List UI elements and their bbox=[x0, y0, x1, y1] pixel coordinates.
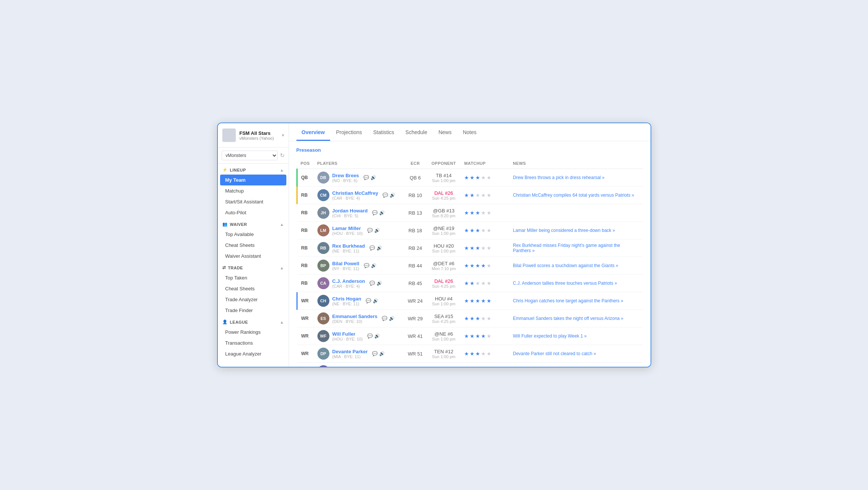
tab-overview[interactable]: Overview bbox=[296, 123, 330, 141]
news-cell[interactable]: Drew Brees throws a pick in dress rehear… bbox=[509, 169, 643, 187]
audio-icon[interactable]: 🔊 bbox=[371, 263, 377, 268]
sidebar-item-top-taken[interactable]: Top Taken bbox=[218, 272, 289, 283]
player-name[interactable]: Devante Parker bbox=[332, 349, 368, 354]
game-time: Sun 1:00 pm bbox=[431, 231, 457, 236]
chat-icon[interactable]: 💬 bbox=[372, 351, 378, 356]
player-name[interactable]: Christian McCaffrey bbox=[332, 190, 378, 196]
news-cell[interactable]: Chris Hogan catches lone target against … bbox=[509, 292, 643, 310]
table-row: QB DB Drew Brees (NO · BYE: 6) 💬 🔊 QB 6 … bbox=[297, 169, 643, 187]
sidebar-item-trade-finder[interactable]: Trade Finder bbox=[218, 305, 289, 316]
news-cell[interactable]: Lamar Miller being considered a three-do… bbox=[509, 222, 643, 239]
news-cell[interactable]: Christian McCaffrey compiles 64 total ya… bbox=[509, 187, 643, 204]
audio-icon[interactable]: 🔊 bbox=[379, 210, 385, 215]
player-name[interactable]: Jordan Howard bbox=[332, 208, 368, 214]
opponent-team: SEA #15 bbox=[431, 314, 457, 319]
player-icons: 💬 🔊 bbox=[367, 333, 380, 339]
news-cell[interactable]: Rex Burkhead misses Friday night's game … bbox=[509, 239, 643, 257]
audio-icon[interactable]: 🔊 bbox=[373, 298, 378, 303]
news-cell[interactable]: Mike Williams inactive versus San Franci… bbox=[509, 363, 643, 367]
opponent-cell: @GB #13 Sun 8:20 pm bbox=[427, 204, 461, 222]
audio-icon[interactable]: 🔊 bbox=[377, 281, 382, 286]
ecr-cell: WR 52 bbox=[403, 363, 427, 367]
player-name[interactable]: Drew Brees bbox=[332, 173, 359, 178]
star: ★ bbox=[487, 315, 491, 321]
tab-notes[interactable]: Notes bbox=[457, 123, 482, 141]
player-name[interactable]: Bilal Powell bbox=[332, 261, 359, 266]
player-name[interactable]: Chris Hogan bbox=[332, 296, 361, 302]
star: ★ bbox=[475, 192, 480, 198]
player-name[interactable]: Emmanuel Sanders bbox=[332, 314, 378, 319]
sidebar-item-trade-cheat-sheets[interactable]: Cheat Sheets bbox=[218, 283, 289, 294]
league-select[interactable]: vMonsters bbox=[222, 151, 278, 160]
tab-statistics[interactable]: Statistics bbox=[368, 123, 399, 141]
audio-icon[interactable]: 🔊 bbox=[379, 351, 385, 356]
player-name[interactable]: Rex Burkhead bbox=[332, 243, 365, 249]
player-name[interactable]: Lamar Miller bbox=[332, 226, 363, 231]
player-name[interactable]: C.J. Anderson bbox=[332, 278, 365, 284]
audio-icon[interactable]: 🔊 bbox=[374, 333, 380, 339]
news-cell[interactable]: Will Fuller expected to play Week 1 » bbox=[509, 327, 643, 345]
audio-icon[interactable]: 🔊 bbox=[377, 245, 382, 251]
chat-icon[interactable]: 💬 bbox=[367, 228, 373, 233]
game-time: Mon 7:10 pm bbox=[431, 266, 457, 271]
chat-icon[interactable]: 💬 bbox=[372, 210, 378, 215]
audio-icon[interactable]: 🔊 bbox=[371, 175, 376, 180]
player-avatar: DB bbox=[317, 172, 329, 184]
chat-icon[interactable]: 💬 bbox=[366, 298, 371, 303]
chat-icon[interactable]: 💬 bbox=[369, 281, 375, 286]
chat-icon[interactable]: 💬 bbox=[363, 175, 369, 180]
star: ★ bbox=[475, 280, 480, 286]
player-pos: RB bbox=[297, 222, 314, 239]
ecr-cell: RB 44 bbox=[403, 257, 427, 275]
matchup-stars: ★★★★★ bbox=[464, 298, 505, 304]
matchup-cell: ★★★★★ bbox=[460, 257, 509, 275]
sidebar-item-auto-pilot[interactable]: Auto-Pilot bbox=[218, 207, 289, 218]
player-pos: WR bbox=[297, 310, 314, 327]
player-name[interactable]: Mike Williams bbox=[332, 366, 364, 367]
sidebar-item-waiver-assistant[interactable]: Waiver Assistant bbox=[218, 251, 289, 261]
audio-icon[interactable]: 🔊 bbox=[374, 228, 380, 233]
news-cell[interactable]: Devante Parker still not cleared to catc… bbox=[509, 345, 643, 363]
chat-icon[interactable]: 💬 bbox=[367, 333, 373, 339]
sidebar-item-trade-analyzer[interactable]: Trade Analyzer bbox=[218, 294, 289, 305]
sidebar-item-waiver-cheat-sheets[interactable]: Cheat Sheets bbox=[218, 240, 289, 251]
game-time: Sun 1:00 pm bbox=[431, 178, 457, 183]
league-toggle[interactable]: ▲ bbox=[280, 320, 284, 324]
matchup-cell: ★★★★★ bbox=[460, 327, 509, 345]
sidebar-item-start-sit[interactable]: Start/Sit Assistant bbox=[218, 196, 289, 207]
sidebar-chevron-icon[interactable]: ▾ bbox=[282, 133, 284, 138]
trade-toggle[interactable]: ▲ bbox=[280, 266, 284, 270]
sidebar-item-matchup[interactable]: Matchup bbox=[218, 185, 289, 196]
sidebar-item-top-available[interactable]: Top Available bbox=[218, 229, 289, 240]
chat-icon[interactable]: 💬 bbox=[383, 193, 388, 198]
audio-icon[interactable]: 🔊 bbox=[390, 193, 395, 198]
opponent-cell: KC #1 Sun 4:05 pm bbox=[427, 363, 461, 367]
tab-news[interactable]: News bbox=[433, 123, 457, 141]
chat-icon[interactable]: 💬 bbox=[369, 245, 375, 251]
star: ★ bbox=[470, 210, 475, 216]
waiver-toggle[interactable]: ▲ bbox=[280, 222, 284, 227]
opponent-cell: DAL #26 Sun 4:25 pm bbox=[427, 187, 461, 204]
matchup-stars: ★★★★★ bbox=[464, 263, 505, 269]
matchup-stars: ★★★★★ bbox=[464, 333, 505, 339]
sidebar-item-my-team[interactable]: My Team bbox=[220, 175, 286, 185]
chat-icon[interactable]: 💬 bbox=[364, 263, 369, 268]
player-cell: CH Chris Hogan (NE · BYE: 11) 💬 🔊 bbox=[314, 292, 403, 310]
star: ★ bbox=[481, 280, 486, 286]
player-pos: WR bbox=[297, 292, 314, 310]
player-icons: 💬 🔊 bbox=[372, 351, 385, 356]
tab-projections[interactable]: Projections bbox=[331, 123, 367, 141]
sidebar-item-transactions[interactable]: Transactions bbox=[218, 338, 289, 348]
audio-icon[interactable]: 🔊 bbox=[389, 316, 395, 321]
news-cell[interactable]: Bilal Powell scores a touchdown against … bbox=[509, 257, 643, 275]
sidebar-item-league-analyzer[interactable]: League Analyzer bbox=[218, 348, 289, 359]
chat-icon[interactable]: 💬 bbox=[382, 316, 387, 321]
sidebar-item-power-rankings[interactable]: Power Rankings bbox=[218, 327, 289, 338]
refresh-button[interactable]: ↻ bbox=[280, 152, 285, 159]
news-cell[interactable]: Emmanuel Sanders takes the night off ver… bbox=[509, 310, 643, 327]
news-cell[interactable]: C.J. Anderson tallies three touches vers… bbox=[509, 275, 643, 292]
player-name[interactable]: Will Fuller bbox=[332, 331, 363, 337]
lineup-toggle[interactable]: ▲ bbox=[280, 168, 284, 172]
lineup-section-header: ⚡ LINEUP ▲ bbox=[218, 164, 289, 175]
tab-schedule[interactable]: Schedule bbox=[400, 123, 432, 141]
